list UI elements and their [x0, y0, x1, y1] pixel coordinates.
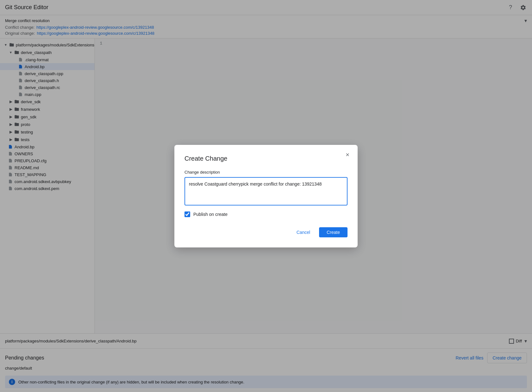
publish-on-create-row: Publish on create	[184, 211, 348, 217]
create-button[interactable]: Create	[319, 227, 348, 237]
publish-checkbox[interactable]	[184, 211, 190, 217]
dialog-actions: Cancel Create	[184, 227, 348, 237]
description-label: Change description	[184, 170, 348, 175]
cancel-button[interactable]: Cancel	[291, 227, 315, 237]
create-change-dialog: × Create Change Change description resol…	[174, 145, 358, 247]
publish-label[interactable]: Publish on create	[193, 212, 227, 217]
change-description-input[interactable]: resolve Coastguard cherrypick merge conf…	[184, 177, 348, 205]
dialog-close-button[interactable]: ×	[342, 150, 353, 160]
modal-overlay[interactable]: × Create Change Change description resol…	[0, 0, 532, 392]
dialog-title: Create Change	[184, 155, 348, 162]
